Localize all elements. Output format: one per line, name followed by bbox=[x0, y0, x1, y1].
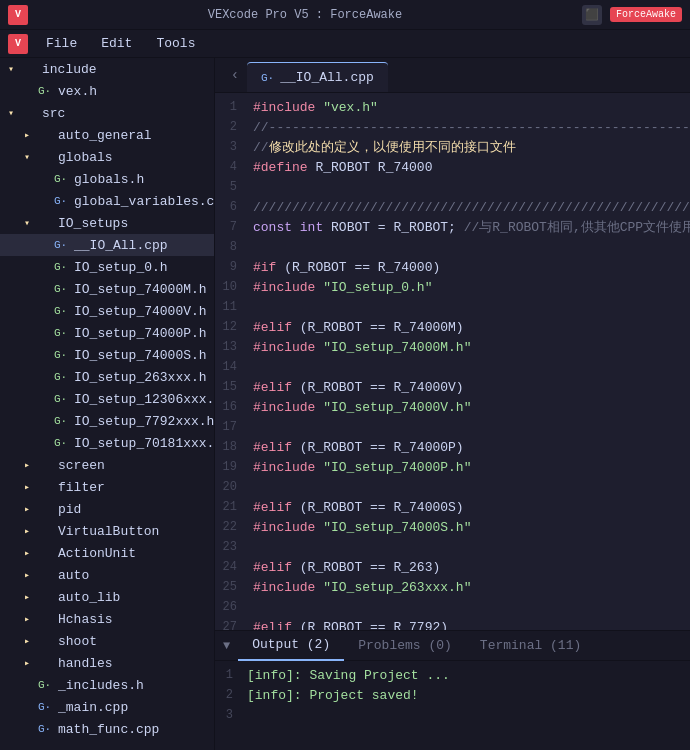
tree-arrow: ▸ bbox=[24, 459, 38, 471]
line-number: 26 bbox=[215, 600, 253, 614]
sidebar-item-label: Hchasis bbox=[58, 612, 113, 627]
output-chevron: ▼ bbox=[223, 639, 230, 653]
file-icon: G· bbox=[54, 283, 70, 295]
sidebar-item-label: IO_setup_70181xxx.h bbox=[74, 436, 215, 451]
team-badge: ForceAwake bbox=[610, 7, 682, 22]
line-number: 20 bbox=[215, 480, 253, 494]
sidebar-item-src[interactable]: ▾src bbox=[0, 102, 214, 124]
code-line: 12#elif (R_ROBOT == R_74000M) bbox=[215, 317, 690, 337]
sidebar-item-IO-setup-74000S-h[interactable]: G·IO_setup_74000S.h bbox=[0, 344, 214, 366]
line-number: 9 bbox=[215, 260, 253, 274]
sidebar-item-auto-lib[interactable]: ▸auto_lib bbox=[0, 586, 214, 608]
sidebar-item-label: globals bbox=[58, 150, 113, 165]
sidebar-item-IO-setup-70181xxx-h[interactable]: G·IO_setup_70181xxx.h bbox=[0, 432, 214, 454]
sidebar-item-pid[interactable]: ▸pid bbox=[0, 498, 214, 520]
code-line: 6///////////////////////////////////////… bbox=[215, 197, 690, 217]
sidebar-item-label: vex.h bbox=[58, 84, 97, 99]
tree-arrow: ▾ bbox=[8, 107, 22, 119]
sidebar-item-filter[interactable]: ▸filter bbox=[0, 476, 214, 498]
line-number: 8 bbox=[215, 240, 253, 254]
tree-arrow: ▸ bbox=[24, 129, 38, 141]
output-line-number: 2 bbox=[215, 688, 247, 702]
code-line: 1#include "vex.h" bbox=[215, 97, 690, 117]
sidebar-item-globals[interactable]: ▾globals bbox=[0, 146, 214, 168]
line-number: 25 bbox=[215, 580, 253, 594]
file-icon: G· bbox=[54, 327, 70, 339]
sidebar-item-IO-setup-263xxx-h[interactable]: G·IO_setup_263xxx.h bbox=[0, 366, 214, 388]
sidebar-item--includes-h[interactable]: G·_includes.h bbox=[0, 674, 214, 696]
sidebar-item-VirtualButton[interactable]: ▸VirtualButton bbox=[0, 520, 214, 542]
sidebar-item-global-variables-cpp[interactable]: G·global_variables.cpp bbox=[0, 190, 214, 212]
output-tab-terminal[interactable]: Terminal (11) bbox=[466, 631, 595, 661]
line-number: 17 bbox=[215, 420, 253, 434]
line-content: #include "IO_setup_74000M.h" bbox=[253, 340, 471, 355]
code-line: 24#elif (R_ROBOT == R_263) bbox=[215, 557, 690, 577]
tree-arrow: ▾ bbox=[24, 151, 38, 163]
sidebar-item-vex-h[interactable]: G·vex.h bbox=[0, 80, 214, 102]
title-bar-title: VEXcode Pro V5 : ForceAwake bbox=[208, 8, 402, 22]
sidebar-item-label: shoot bbox=[58, 634, 97, 649]
sidebar-item-IO-setup-0-h[interactable]: G·IO_setup_0.h bbox=[0, 256, 214, 278]
line-number: 11 bbox=[215, 300, 253, 314]
sidebar-item--main-cpp[interactable]: G·_main.cpp bbox=[0, 696, 214, 718]
line-number: 13 bbox=[215, 340, 253, 354]
sidebar-item-label: IO_setup_263xxx.h bbox=[74, 370, 207, 385]
output-line-number: 3 bbox=[215, 708, 247, 722]
sidebar-item-IO-setup-74000V-h[interactable]: G·IO_setup_74000V.h bbox=[0, 300, 214, 322]
output-tab-output[interactable]: Output (2) bbox=[238, 631, 344, 661]
sidebar-item-include[interactable]: ▾include bbox=[0, 58, 214, 80]
sidebar-item-IO-setup-74000P-h[interactable]: G·IO_setup_74000P.h bbox=[0, 322, 214, 344]
sidebar-item-IO-setup-74000M-h[interactable]: G·IO_setup_74000M.h bbox=[0, 278, 214, 300]
sidebar-item-label: _main.cpp bbox=[58, 700, 128, 715]
output-tabs: ▼ Output (2) Problems (0) Terminal (11) bbox=[215, 631, 690, 661]
code-editor[interactable]: 1#include "vex.h"2//--------------------… bbox=[215, 93, 690, 630]
sidebar-item-IO-setup-12306xxx-h[interactable]: G·IO_setup_12306xxx.h bbox=[0, 388, 214, 410]
sidebar-item-label: ActionUnit bbox=[58, 546, 136, 561]
tab-file-icon: G· bbox=[261, 72, 274, 84]
line-number: 4 bbox=[215, 160, 253, 174]
sidebar-item-ActionUnit[interactable]: ▸ActionUnit bbox=[0, 542, 214, 564]
menu-vex-logo: V bbox=[8, 34, 28, 54]
output-tab-problems[interactable]: Problems (0) bbox=[344, 631, 466, 661]
line-content: #include "IO_setup_74000V.h" bbox=[253, 400, 471, 415]
line-content: #define R_ROBOT R_74000 bbox=[253, 160, 432, 175]
line-number: 5 bbox=[215, 180, 253, 194]
sidebar-item-auto[interactable]: ▸auto bbox=[0, 564, 214, 586]
file-icon: G· bbox=[54, 261, 70, 273]
line-number: 16 bbox=[215, 400, 253, 414]
file-icon: G· bbox=[54, 305, 70, 317]
file-icon: G· bbox=[54, 173, 70, 185]
code-line: 10#include "IO_setup_0.h" bbox=[215, 277, 690, 297]
menu-bar: V File Edit Tools bbox=[0, 30, 690, 58]
tab-nav-back[interactable]: ‹ bbox=[223, 63, 247, 87]
tree-arrow: ▾ bbox=[8, 63, 22, 75]
line-number: 18 bbox=[215, 440, 253, 454]
vex-icon-btn[interactable]: ⬛ bbox=[582, 5, 602, 25]
sidebar-item-label: screen bbox=[58, 458, 105, 473]
sidebar-item-label: src bbox=[42, 106, 65, 121]
tab-filename: __IO_All.cpp bbox=[280, 70, 374, 85]
code-line: 4#define R_ROBOT R_74000 bbox=[215, 157, 690, 177]
sidebar-item---IO-All-cpp[interactable]: G·__IO_All.cpp bbox=[0, 234, 214, 256]
file-icon: G· bbox=[54, 393, 70, 405]
sidebar-item-globals-h[interactable]: G·globals.h bbox=[0, 168, 214, 190]
menu-tools[interactable]: Tools bbox=[146, 34, 205, 53]
sidebar-item-Hchasis[interactable]: ▸Hchasis bbox=[0, 608, 214, 630]
output-panel: ▼ Output (2) Problems (0) Terminal (11) … bbox=[215, 630, 690, 750]
sidebar-item-label: IO_setups bbox=[58, 216, 128, 231]
sidebar-item-label: IO_setup_0.h bbox=[74, 260, 168, 275]
sidebar-item-screen[interactable]: ▸screen bbox=[0, 454, 214, 476]
sidebar-item-shoot[interactable]: ▸shoot bbox=[0, 630, 214, 652]
file-icon: G· bbox=[54, 415, 70, 427]
code-line: 11 bbox=[215, 297, 690, 317]
sidebar-item-math-func-cpp[interactable]: G·math_func.cpp bbox=[0, 718, 214, 740]
line-content: #elif (R_ROBOT == R_7792) bbox=[253, 620, 448, 631]
sidebar-item-auto-general[interactable]: ▸auto_general bbox=[0, 124, 214, 146]
menu-file[interactable]: File bbox=[36, 34, 87, 53]
sidebar-item-IO-setups[interactable]: ▾IO_setups bbox=[0, 212, 214, 234]
tab-io-all[interactable]: G· __IO_All.cpp bbox=[247, 62, 388, 92]
sidebar-item-handles[interactable]: ▸handles bbox=[0, 652, 214, 674]
menu-edit[interactable]: Edit bbox=[91, 34, 142, 53]
sidebar-item-IO-setup-7792xxx-h[interactable]: G·IO_setup_7792xxx.h bbox=[0, 410, 214, 432]
line-content: #include "vex.h" bbox=[253, 100, 378, 115]
